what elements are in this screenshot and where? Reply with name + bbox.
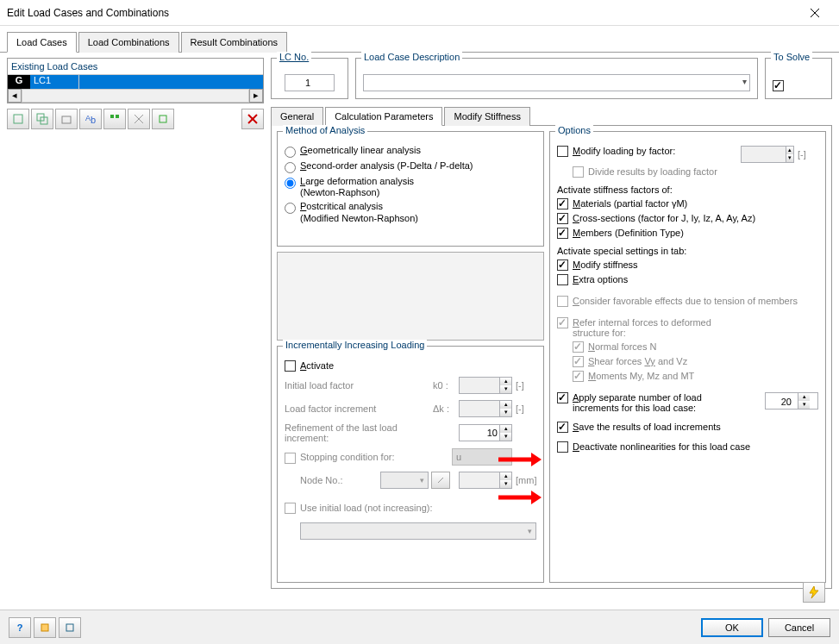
new-lc-icon[interactable] — [7, 109, 29, 129]
incr-title: Incrementally Increasing Loading — [283, 340, 427, 350]
modify-loading-factor-input: ▴▾ — [741, 146, 794, 163]
scroll-right-button[interactable]: ▸ — [249, 89, 263, 103]
lc-badge: G — [8, 75, 30, 89]
initial-load-factor-input: ▴▾ — [459, 377, 512, 394]
existing-load-cases-list: Existing Load Cases G LC1 ◂ ▸ — [7, 58, 264, 103]
tab-load-combinations[interactable]: Load Combinations — [78, 32, 179, 53]
radio-linear[interactable] — [285, 147, 296, 158]
lcno-label: LC No. — [277, 52, 311, 62]
solve-label: To Solve — [771, 52, 812, 62]
scroll-left-button[interactable]: ◂ — [8, 89, 22, 103]
icon6-icon[interactable] — [128, 109, 150, 129]
special-settings-header: Activate special settings in tab: — [557, 246, 818, 256]
subtab-general[interactable]: General — [271, 107, 323, 126]
svg-rect-7 — [116, 115, 119, 118]
placeholder-panel — [277, 252, 544, 341]
extra-options-checkbox[interactable] — [557, 274, 568, 285]
save-results-increments-checkbox[interactable] — [557, 422, 568, 433]
svg-line-13 — [438, 478, 443, 483]
svg-rect-19 — [41, 624, 48, 631]
members-checkbox[interactable] — [557, 228, 568, 239]
pick-node-icon — [431, 472, 450, 489]
svg-rect-5 — [62, 116, 71, 123]
radio-second-order[interactable] — [285, 162, 296, 173]
list-item[interactable]: G LC1 — [8, 75, 263, 89]
refinement-input[interactable]: ▴▾ — [459, 424, 512, 441]
modify-loading-checkbox[interactable] — [557, 146, 568, 157]
divide-results-checkbox — [573, 166, 584, 178]
subtab-calc-params[interactable]: Calculation Parameters — [325, 107, 442, 126]
stopping-cond-checkbox — [285, 453, 296, 464]
use-initial-load-checkbox — [285, 503, 296, 514]
load-factor-increment-input: ▴▾ — [459, 400, 512, 417]
svg-rect-20 — [66, 624, 73, 631]
lc-description-input[interactable] — [363, 74, 750, 91]
options-title: Options — [555, 125, 593, 135]
close-button[interactable] — [798, 1, 832, 25]
normal-forces-checkbox — [573, 341, 584, 353]
svg-marker-17 — [531, 491, 542, 504]
separate-increments-input[interactable]: ▴▾ — [765, 392, 818, 410]
materials-checkbox[interactable] — [557, 198, 568, 209]
refer-deformed-checkbox — [557, 317, 568, 328]
foot-icon3[interactable] — [59, 617, 81, 638]
activate-checkbox[interactable] — [285, 360, 296, 372]
node-value-input: ▴▾ — [459, 472, 512, 489]
svg-marker-15 — [531, 453, 542, 466]
modify-stiffness-checkbox[interactable] — [557, 259, 568, 271]
to-solve-checkbox[interactable] — [773, 80, 784, 91]
main-tabs: Load Cases Load Combinations Result Comb… — [0, 31, 839, 53]
window-title: Edit Load Cases and Combinations — [7, 7, 798, 19]
desc-label: Load Case Description — [361, 52, 462, 62]
consider-tension-checkbox — [557, 296, 568, 307]
tab-result-combinations[interactable]: Result Combinations — [181, 32, 288, 53]
help-icon[interactable]: ? — [9, 617, 31, 638]
icon7-icon[interactable] — [152, 109, 174, 129]
cross-sections-checkbox[interactable] — [557, 213, 568, 224]
initial-load-combo — [300, 522, 536, 540]
subtab-modify-stiffness[interactable]: Modify Stiffness — [444, 107, 529, 126]
svg-marker-18 — [810, 586, 818, 598]
activate-stiffness-header: Activate stiffness factors of: — [557, 184, 818, 195]
moments-checkbox — [573, 371, 584, 382]
left-pane-header: Existing Load Cases — [8, 59, 263, 75]
lc-name: LC1 — [30, 75, 78, 89]
icon5-icon[interactable] — [103, 109, 126, 129]
method-title: Method of Analysis — [283, 125, 367, 135]
lc-number-input[interactable] — [285, 74, 335, 91]
svg-rect-10 — [160, 116, 166, 122]
delete-icon[interactable] — [241, 109, 264, 129]
copy-lc-icon[interactable] — [31, 109, 53, 129]
icon3-icon[interactable] — [55, 109, 78, 129]
calculate-icon[interactable] — [803, 582, 825, 603]
apply-separate-increments-checkbox[interactable] — [557, 392, 568, 403]
ok-button[interactable]: OK — [701, 618, 763, 637]
foot-icon2[interactable] — [34, 617, 56, 638]
node-combo — [380, 472, 429, 489]
scroll-track[interactable] — [22, 89, 249, 103]
radio-large-deform[interactable] — [285, 178, 296, 189]
deactivate-nonlinearities-checkbox[interactable] — [557, 441, 568, 453]
icon4-icon[interactable]: Ab — [79, 109, 102, 129]
sub-tabs: General Calculation Parameters Modify St… — [271, 106, 832, 126]
radio-postcritical[interactable] — [285, 203, 296, 214]
shear-forces-checkbox — [573, 356, 584, 367]
list-toolbar: Ab — [7, 107, 264, 131]
svg-rect-6 — [110, 115, 114, 118]
annotation-arrow-icon — [498, 489, 542, 506]
cancel-button[interactable]: Cancel — [768, 618, 830, 637]
annotation-arrow-icon — [498, 451, 542, 468]
svg-rect-2 — [14, 115, 22, 123]
tab-load-cases[interactable]: Load Cases — [7, 32, 77, 53]
